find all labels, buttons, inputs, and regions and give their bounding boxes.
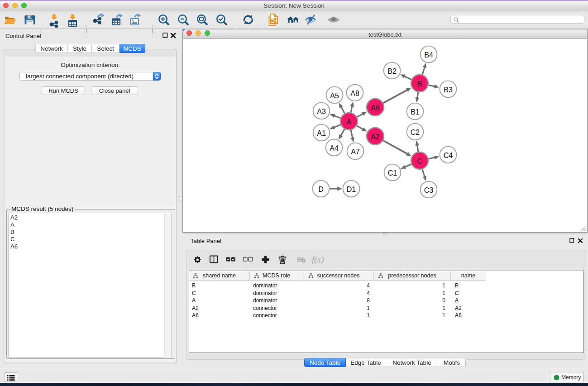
svg-text:B3: B3 [444, 86, 453, 94]
svg-text:C1: C1 [388, 169, 397, 177]
svg-text:A6: A6 [371, 104, 380, 112]
svg-text:B4: B4 [424, 51, 433, 59]
svg-text:f(x): f(x) [312, 255, 324, 265]
svg-text:A7: A7 [351, 148, 360, 156]
svg-text:A5: A5 [330, 92, 339, 100]
svg-text:C3: C3 [424, 186, 434, 194]
svg-text:B: B [417, 80, 422, 88]
svg-text:D1: D1 [347, 186, 356, 193]
svg-text:D: D [318, 186, 324, 193]
svg-text:B1: B1 [411, 108, 420, 116]
svg-text:A8: A8 [350, 90, 359, 97]
svg-text:C: C [417, 157, 422, 165]
svg-text:A2: A2 [371, 133, 380, 141]
svg-text:A4: A4 [330, 144, 339, 152]
svg-text:A: A [347, 118, 352, 126]
svg-text:A1: A1 [317, 129, 326, 137]
svg-text:A3: A3 [317, 108, 326, 115]
svg-text:C4: C4 [444, 152, 453, 159]
svg-text:B2: B2 [387, 67, 397, 75]
svg-text:C2: C2 [411, 129, 420, 136]
